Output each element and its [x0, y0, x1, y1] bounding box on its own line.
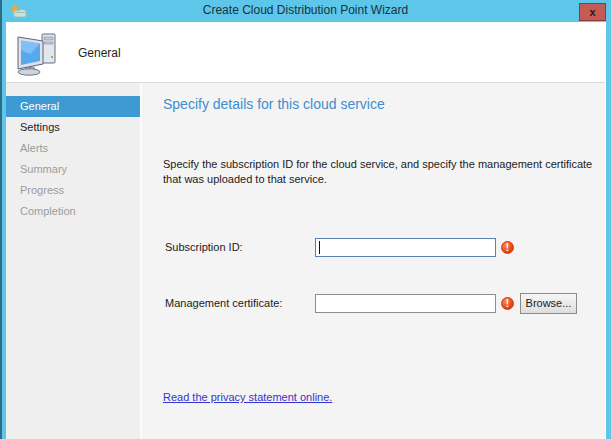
wizard-body: General Settings Alerts Summary Progress…	[6, 83, 605, 439]
window-border-left	[2, 0, 6, 439]
wizard-header: General	[6, 22, 606, 83]
window-border-left-dark	[0, 0, 2, 439]
wizard-content: Specify details for this cloud service S…	[142, 83, 605, 439]
text-caret	[319, 241, 320, 254]
content-description: Specify the subscription ID for the clou…	[163, 157, 611, 187]
sidebar-item-summary[interactable]: Summary	[6, 159, 140, 180]
titlebar: Create Cloud Distribution Point Wizard x	[0, 0, 611, 22]
page-title: General	[78, 46, 121, 60]
sidebar-item-completion[interactable]: Completion	[6, 201, 140, 222]
sidebar-item-general[interactable]: General	[6, 96, 140, 117]
privacy-statement-link[interactable]: Read the privacy statement online.	[163, 391, 332, 403]
window-title: Create Cloud Distribution Point Wizard	[0, 3, 611, 17]
exclamation-icon: !	[501, 297, 514, 310]
x-icon: x	[589, 6, 595, 18]
subscription-id-label: Subscription ID:	[165, 241, 243, 253]
management-certificate-input[interactable]	[315, 294, 496, 313]
exclamation-icon: !	[501, 241, 514, 254]
sidebar-item-progress[interactable]: Progress	[6, 180, 140, 201]
wizard-steps-sidebar: General Settings Alerts Summary Progress…	[6, 83, 140, 439]
management-certificate-row: Management certificate: ! Browse...	[142, 294, 605, 314]
wizard-window: Create Cloud Distribution Point Wizard x	[0, 0, 611, 439]
sidebar-item-alerts[interactable]: Alerts	[6, 138, 140, 159]
window-border-right	[606, 0, 611, 439]
computer-icon	[14, 28, 62, 76]
browse-button[interactable]: Browse...	[520, 293, 577, 314]
content-heading: Specify details for this cloud service	[163, 96, 385, 112]
subscription-id-input[interactable]	[315, 238, 496, 257]
sidebar-item-settings[interactable]: Settings	[6, 117, 140, 138]
management-certificate-label: Management certificate:	[165, 297, 282, 309]
window-border-right-hairline	[605, 22, 606, 439]
subscription-id-row: Subscription ID: !	[142, 238, 605, 258]
close-button[interactable]: x	[579, 3, 606, 21]
